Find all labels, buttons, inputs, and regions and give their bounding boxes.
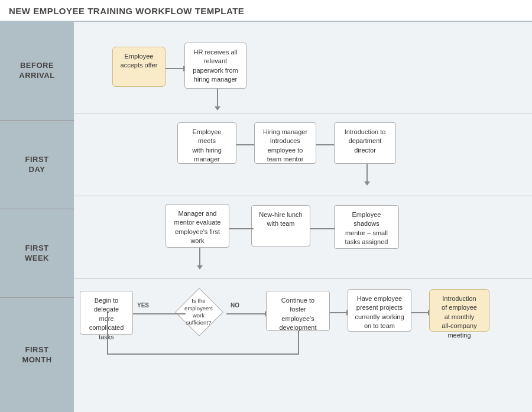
arrow-director-to-firstweek <box>364 164 370 186</box>
label-no: NO <box>231 302 239 309</box>
side-labels: BEFORE ARRIVAL FIRST DAY FIRST WEEK FIRS… <box>0 22 74 412</box>
box-accepts-offer: Employee accepts offer <box>112 47 166 87</box>
label-yes: YES <box>137 302 149 309</box>
arrow-diamond-no <box>226 311 269 317</box>
main-container: NEW EMPLOYEE TRAINING WORKFLOW TEMPLATE … <box>0 0 532 412</box>
arrow-loop-up <box>107 313 108 355</box>
label-before-arrival: BEFORE ARRIVAL <box>0 22 74 121</box>
workflow-flow-container: Employee accepts offer HR receives all r… <box>74 22 532 412</box>
label-first-week: FIRST WEEK <box>0 209 74 298</box>
label-first-day: FIRST DAY <box>0 121 74 209</box>
arrow-hr-to-firstday <box>215 89 220 111</box>
box-evaluate: Manager and mentor evaluate employee's f… <box>166 204 229 248</box>
title-bar: NEW EMPLOYEE TRAINING WORKFLOW TEMPLATE <box>0 0 532 22</box>
box-intro-director: Introduction to department director <box>334 122 396 164</box>
box-lunch: New-hire lunch with team <box>251 205 310 246</box>
arrow-evaluate-to-firstmonth <box>197 248 203 270</box>
arrow-loop-down <box>298 331 299 355</box>
content-area: BEFORE ARRIVAL FIRST DAY FIRST WEEK FIRS… <box>0 22 532 412</box>
page-title: NEW EMPLOYEE TRAINING WORKFLOW TEMPLATE <box>9 6 523 16</box>
box-hr-paperwork: HR receives all relevant paperwork from … <box>184 43 246 89</box>
workflow-canvas: Employee accepts offer HR receives all r… <box>74 22 532 412</box>
label-first-month: FIRST MONTH <box>0 298 74 412</box>
box-shadows-mentor: Employee shadows mentor – small tasks as… <box>334 205 399 249</box>
box-introduces-mentor: Hiring manager introduces employee to te… <box>254 122 316 164</box>
box-present: Have employee present projects currently… <box>348 289 411 332</box>
box-meets-manager: Employee meets with hiring manager <box>177 122 236 164</box>
box-intro-meeting: Introduction of employee at monthly all-… <box>429 289 489 332</box>
arrow-loop-horizontal <box>107 353 299 355</box>
box-delegate: Begin to delegate more complicated tasks <box>80 291 133 335</box>
box-foster: Continue to foster employee's developmen… <box>266 291 330 331</box>
arrow-loop-end <box>107 311 108 312</box>
